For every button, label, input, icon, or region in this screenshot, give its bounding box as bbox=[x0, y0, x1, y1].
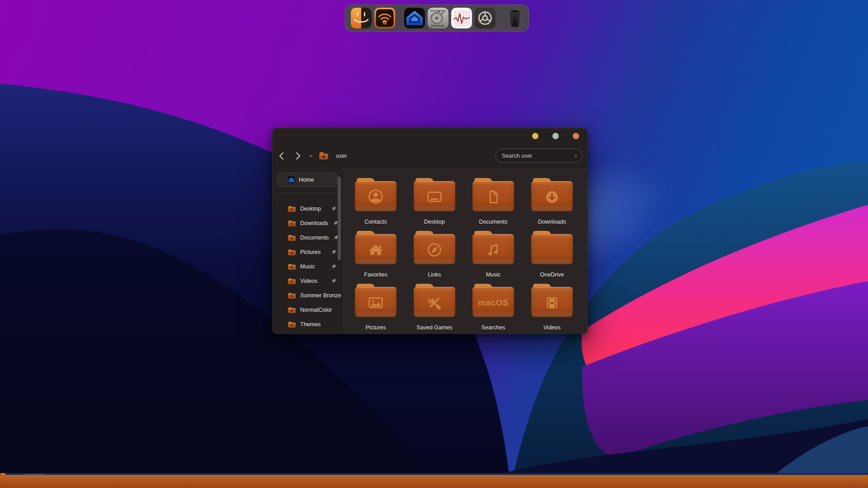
sidebar-item-label: Downloads bbox=[300, 220, 328, 226]
music-folder-icon bbox=[472, 235, 514, 264]
onedrive-folder-icon bbox=[531, 235, 573, 264]
links-folder-icon bbox=[414, 235, 455, 264]
file-label: OneDrive bbox=[540, 272, 564, 278]
home-app-icon[interactable] bbox=[404, 8, 425, 28]
folder-icon bbox=[472, 231, 514, 264]
trash-icon[interactable] bbox=[505, 8, 525, 28]
sidebar-item-desktop[interactable]: Desktop bbox=[273, 202, 342, 216]
file-tile-favorites[interactable]: Favorites bbox=[346, 231, 405, 284]
file-label: Saved Games bbox=[416, 324, 452, 331]
address-path[interactable]: user bbox=[336, 153, 347, 159]
sidebar: Home Desktop Downloads Documents bbox=[273, 168, 342, 334]
forward-button[interactable] bbox=[293, 151, 303, 161]
pictures-folder-icon bbox=[355, 288, 396, 317]
activity-monitor-icon[interactable] bbox=[451, 8, 472, 28]
file-explorer-folder-icon[interactable] bbox=[24, 474, 46, 488]
sidebar-item-documents[interactable]: Documents bbox=[273, 230, 342, 245]
file-tile-searches[interactable]: macOS Searches bbox=[464, 284, 523, 334]
sidebar-item-music[interactable]: Music bbox=[273, 259, 342, 274]
folder-icon bbox=[531, 178, 573, 211]
folder-icon bbox=[288, 206, 296, 212]
minimize-button[interactable] bbox=[532, 133, 538, 139]
favorites-folder-icon bbox=[355, 235, 396, 264]
sidebar-scrollbar-thumb[interactable] bbox=[338, 177, 341, 260]
sidebar-item-label: Music bbox=[300, 263, 315, 270]
search-icon[interactable] bbox=[575, 153, 577, 159]
window-titlebar: user bbox=[273, 128, 587, 168]
folder-icon bbox=[288, 293, 296, 299]
sidebar-item-summer-bronze[interactable]: Summer Bronze bbox=[273, 288, 342, 303]
file-tile-contacts[interactable]: Contacts bbox=[346, 178, 405, 231]
navigation-bar: user bbox=[273, 149, 587, 163]
back-button[interactable] bbox=[276, 151, 286, 161]
file-tile-pictures[interactable]: Pictures bbox=[346, 284, 405, 334]
sidebar-item-label: Desktop bbox=[300, 206, 321, 212]
hard-drive-icon[interactable] bbox=[428, 8, 448, 28]
file-manager-window: user bbox=[272, 128, 588, 334]
pin-icon bbox=[331, 249, 336, 255]
recent-locations-chevron-icon[interactable] bbox=[307, 151, 314, 161]
file-label: Pictures bbox=[365, 324, 386, 331]
file-tile-downloads[interactable]: Downloads bbox=[523, 178, 581, 231]
sidebar-item-home[interactable]: Home bbox=[277, 173, 337, 187]
file-label: Documents bbox=[479, 219, 507, 225]
settings-gear-icon[interactable] bbox=[475, 8, 495, 28]
file-tile-onedrive[interactable]: OneDrive bbox=[523, 231, 581, 284]
folder-icon bbox=[414, 231, 455, 264]
home-icon bbox=[288, 176, 295, 183]
sidebar-list: Desktop Downloads Documents Pictures bbox=[273, 202, 342, 332]
search-box bbox=[495, 149, 582, 163]
dock bbox=[345, 5, 529, 32]
file-tile-videos[interactable]: Videos bbox=[523, 284, 581, 334]
sidebar-item-downloads[interactable]: Downloads bbox=[273, 216, 342, 230]
traffic-lights bbox=[532, 133, 579, 139]
file-label: Downloads bbox=[538, 219, 566, 225]
folder-icon bbox=[288, 278, 296, 284]
folder-icon bbox=[355, 231, 396, 264]
sidebar-item-label: Videos bbox=[300, 278, 317, 284]
sidebar-item-label: NormalColor bbox=[300, 307, 332, 313]
sidebar-item-themes[interactable]: Themes bbox=[273, 317, 342, 332]
folder-icon bbox=[288, 221, 296, 226]
file-label: Searches bbox=[481, 324, 505, 331]
file-tile-desktop[interactable]: Desktop bbox=[405, 178, 464, 231]
folder-icon bbox=[355, 178, 396, 211]
file-tile-documents[interactable]: Documents bbox=[464, 178, 523, 231]
documents-folder-icon bbox=[472, 183, 514, 211]
folder-icon bbox=[288, 264, 296, 270]
folder-icon bbox=[288, 235, 296, 241]
file-label: Music bbox=[486, 272, 501, 278]
searches-folder-icon: macOS bbox=[472, 288, 514, 317]
folder-icon bbox=[531, 231, 573, 264]
contacts-folder-icon bbox=[355, 183, 396, 211]
saved-games-folder-icon bbox=[414, 288, 455, 317]
folder-icon bbox=[472, 178, 514, 211]
network-wifi-icon[interactable] bbox=[374, 8, 395, 28]
folder-icon bbox=[288, 322, 296, 328]
file-label: Videos bbox=[543, 324, 561, 331]
file-label: Links bbox=[428, 272, 441, 278]
sidebar-item-label: Themes bbox=[300, 321, 321, 328]
folder-icon: macOS bbox=[472, 284, 514, 317]
pin-icon bbox=[331, 278, 336, 284]
sidebar-item-videos[interactable]: Videos bbox=[273, 274, 342, 288]
sidebar-item-label: Documents bbox=[300, 235, 329, 241]
address-folder-icon[interactable] bbox=[319, 152, 328, 160]
folder-icon bbox=[288, 307, 296, 313]
file-tile-saved-games[interactable]: Saved Games bbox=[405, 284, 464, 334]
sidebar-divider bbox=[277, 192, 337, 193]
taskbar-folder-icon bbox=[29, 476, 40, 485]
close-button[interactable] bbox=[573, 133, 579, 139]
folder-icon bbox=[414, 178, 455, 211]
finder-icon[interactable] bbox=[351, 8, 372, 28]
file-label: Contacts bbox=[364, 219, 387, 225]
file-tile-music[interactable]: Music bbox=[464, 231, 523, 284]
downloads-folder-icon bbox=[531, 183, 573, 211]
file-tile-links[interactable]: Links bbox=[405, 231, 464, 284]
sidebar-item-normalcolor[interactable]: NormalColor bbox=[273, 303, 342, 317]
videos-folder-icon bbox=[531, 288, 573, 317]
file-label: Favorites bbox=[364, 272, 387, 278]
maximize-button[interactable] bbox=[552, 133, 559, 139]
sidebar-item-pictures[interactable]: Pictures bbox=[273, 245, 342, 259]
search-input[interactable] bbox=[502, 153, 575, 159]
